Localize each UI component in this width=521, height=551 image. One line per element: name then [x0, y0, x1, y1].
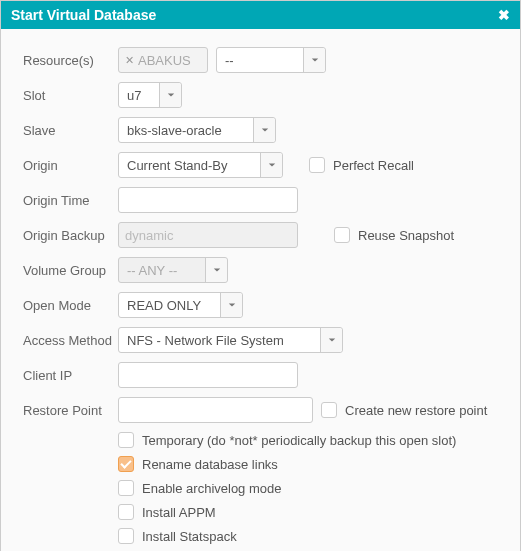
chevron-down-icon [159, 83, 181, 107]
volume-group-select: -- ANY -- [118, 257, 228, 283]
label-access-method: Access Method [23, 333, 118, 348]
install-statspack-label: Install Statspack [142, 529, 237, 544]
rename-links-checkbox[interactable] [118, 456, 134, 472]
dialog-body: Resource(s) ✕ ABAKUS -- Slot u7 [1, 29, 520, 551]
perfect-recall-label: Perfect Recall [333, 158, 414, 173]
chevron-down-icon [320, 328, 342, 352]
chevron-down-icon [260, 153, 282, 177]
label-slave: Slave [23, 123, 118, 138]
label-restore-point: Restore Point [23, 403, 118, 418]
slave-select[interactable]: bks-slave-oracle [118, 117, 276, 143]
perfect-recall-checkbox[interactable] [309, 157, 325, 173]
resource-select[interactable]: -- [216, 47, 326, 73]
temporary-checkbox[interactable] [118, 432, 134, 448]
access-method-select[interactable]: NFS - Network File System [118, 327, 343, 353]
reuse-snapshot-checkbox[interactable] [334, 227, 350, 243]
label-origin-time: Origin Time [23, 193, 118, 208]
label-open-mode: Open Mode [23, 298, 118, 313]
remove-tag-icon[interactable]: ✕ [125, 54, 134, 67]
label-volume-group: Volume Group [23, 263, 118, 278]
create-restore-point-label: Create new restore point [345, 403, 487, 418]
archivelog-checkbox[interactable] [118, 480, 134, 496]
rename-links-label: Rename database links [142, 457, 278, 472]
resource-tag[interactable]: ✕ ABAKUS [118, 47, 208, 73]
resource-tag-text: ABAKUS [138, 53, 191, 68]
label-resources: Resource(s) [23, 53, 118, 68]
install-appm-label: Install APPM [142, 505, 216, 520]
label-origin-backup: Origin Backup [23, 228, 118, 243]
chevron-down-icon [253, 118, 275, 142]
install-statspack-checkbox[interactable] [118, 528, 134, 544]
dialog: Start Virtual Database ✖ Resource(s) ✕ A… [0, 0, 521, 551]
close-icon[interactable]: ✖ [498, 7, 510, 23]
restore-point-input[interactable] [118, 397, 313, 423]
chevron-down-icon [205, 258, 227, 282]
reuse-snapshot-label: Reuse Snapshot [358, 228, 454, 243]
chevron-down-icon [303, 48, 325, 72]
slot-select[interactable]: u7 [118, 82, 182, 108]
dialog-title: Start Virtual Database [11, 7, 156, 23]
archivelog-label: Enable archivelog mode [142, 481, 281, 496]
origin-backup-input[interactable] [118, 222, 298, 248]
label-client-ip: Client IP [23, 368, 118, 383]
origin-time-input[interactable] [118, 187, 298, 213]
chevron-down-icon [220, 293, 242, 317]
label-origin: Origin [23, 158, 118, 173]
install-appm-checkbox[interactable] [118, 504, 134, 520]
temporary-label: Temporary (do *not* periodically backup … [142, 433, 456, 448]
open-mode-select[interactable]: READ ONLY [118, 292, 243, 318]
titlebar[interactable]: Start Virtual Database ✖ [1, 1, 520, 29]
origin-select[interactable]: Current Stand-By [118, 152, 283, 178]
create-restore-point-checkbox[interactable] [321, 402, 337, 418]
label-slot: Slot [23, 88, 118, 103]
client-ip-input[interactable] [118, 362, 298, 388]
